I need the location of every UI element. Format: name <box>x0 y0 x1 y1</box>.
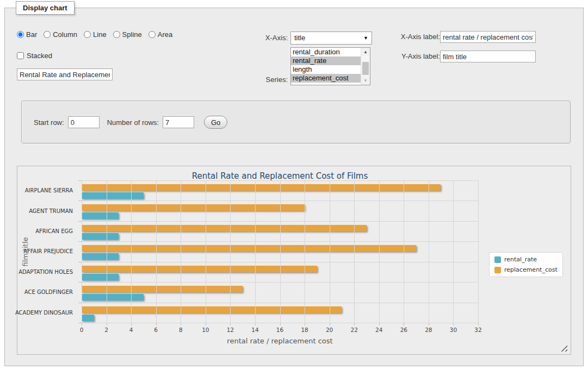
gridline <box>82 262 478 262</box>
gridline <box>379 180 380 323</box>
legend-item-replacement_cost[interactable]: replacement_cost <box>494 266 558 273</box>
chart-title-input[interactable] <box>17 68 113 80</box>
x-tick-label: 30 <box>450 327 457 333</box>
bar-replacement_cost[interactable] <box>82 184 441 191</box>
gridline <box>107 180 107 323</box>
chart-legend: rental_ratereplacement_cost <box>489 252 563 277</box>
chart-type-bar[interactable]: Bar <box>17 30 37 39</box>
y-tick-mark <box>78 180 82 181</box>
gridline <box>429 180 429 323</box>
category-label: AFFAIR PREJUDICE <box>17 241 77 261</box>
chart-type-text: Column <box>53 30 77 39</box>
gridline <box>131 180 132 323</box>
series-listbox[interactable]: rental_durationrental_ratelengthreplacem… <box>290 47 370 85</box>
gridline <box>82 221 478 222</box>
x-tick-label: 26 <box>400 327 407 333</box>
stacked-checkbox-row[interactable]: Stacked <box>17 52 52 60</box>
category-label: ADAPTATION HOLES <box>17 262 77 282</box>
chart-type-radio[interactable] <box>44 31 51 38</box>
x-tick-label: 12 <box>227 327 234 333</box>
resize-handle-icon[interactable] <box>561 345 567 352</box>
legend-item-rental_rate[interactable]: rental_rate <box>494 256 558 263</box>
chart-type-text: Spline <box>122 30 142 39</box>
chart-type-radio[interactable] <box>113 31 120 38</box>
display-chart-fieldset: Display chart BarColumnLineSplineArea St… <box>4 8 584 366</box>
x-tick-label: 2 <box>104 327 108 333</box>
scroll-down-icon[interactable]: ▼ <box>361 77 370 85</box>
start-row-label: Start row: <box>34 118 64 127</box>
stacked-label: Stacked <box>27 52 52 60</box>
gridline <box>330 180 330 323</box>
series-options: rental_durationrental_ratelengthreplacem… <box>291 48 361 85</box>
chart-type-text: Bar <box>26 30 37 39</box>
category-labels: AIRPLANE SIERRAAGENT TRUMANAFRICAN EGGAF… <box>17 180 77 323</box>
stacked-checkbox[interactable] <box>17 52 24 59</box>
bar-replacement_cost[interactable] <box>82 266 317 272</box>
x-tick-labels: 02468101214161820222426283032 <box>82 327 478 334</box>
bar-replacement_cost[interactable] <box>82 245 416 252</box>
bar-replacement_cost[interactable] <box>82 306 342 313</box>
chart-title: Rental Rate and Replacement Cost of Film… <box>82 171 478 181</box>
chart-type-radios: BarColumnLineSplineArea <box>17 30 172 39</box>
chart-type-spline[interactable]: Spline <box>113 30 142 39</box>
bar-rental_rate[interactable] <box>82 274 119 280</box>
y-tick-mark <box>78 200 82 201</box>
y-tick-mark <box>78 303 82 303</box>
gridline <box>404 180 404 323</box>
x-tick-label: 4 <box>129 327 133 333</box>
x-axis-select[interactable]: title ▼ <box>290 32 372 45</box>
bar-replacement_cost[interactable] <box>82 286 243 292</box>
category-label: ACE GOLDFINGER <box>17 282 77 302</box>
page: Display chart BarColumnLineSplineArea St… <box>0 0 588 370</box>
chart-type-area[interactable]: Area <box>148 30 172 39</box>
series-option-rental_duration[interactable]: rental_duration <box>291 48 361 57</box>
gridline <box>305 180 305 323</box>
x-axis-label-input[interactable] <box>440 31 536 43</box>
y-axis-label-input[interactable] <box>440 51 536 62</box>
scrollbar-thumb[interactable] <box>362 62 369 75</box>
chart-type-radio[interactable] <box>84 31 91 38</box>
gridline <box>156 180 157 323</box>
chart-type-line[interactable]: Line <box>84 30 107 39</box>
start-row-input[interactable] <box>68 116 100 128</box>
chart-type-text: Area <box>158 30 172 39</box>
x-tick-label: 8 <box>179 327 183 333</box>
gridline <box>82 282 478 283</box>
gridline <box>82 241 478 242</box>
series-option-length[interactable]: length <box>291 65 361 74</box>
bar-replacement_cost[interactable] <box>82 225 367 231</box>
y-tick-mark <box>78 323 82 323</box>
bar-replacement_cost[interactable] <box>82 204 305 211</box>
bar-rental_rate[interactable] <box>82 192 144 199</box>
chart-type-column[interactable]: Column <box>44 30 77 39</box>
gridline <box>82 200 478 201</box>
legend-swatch-icon <box>494 256 501 263</box>
bar-rental_rate[interactable] <box>82 294 144 300</box>
gridline <box>82 303 478 303</box>
go-button[interactable]: Go <box>204 116 227 129</box>
x-tick-label: 20 <box>326 327 333 333</box>
num-rows-input[interactable] <box>163 116 194 128</box>
plot-area <box>82 180 478 323</box>
series-option-replacement_cost[interactable]: replacement_cost <box>291 74 361 83</box>
dropdown-arrow-icon: ▼ <box>363 32 368 44</box>
chart-x-axis-title: rental rate / replacement cost <box>82 337 478 345</box>
series-scrollbar[interactable]: ▲ ▼ <box>361 48 370 85</box>
category-label: AFRICAN EGG <box>17 221 77 241</box>
row-controls: Start row: Number of rows: Go <box>34 116 227 129</box>
chart-type-radio[interactable] <box>17 31 24 38</box>
bar-rental_rate[interactable] <box>82 315 94 321</box>
x-tick-label: 6 <box>154 327 158 333</box>
bar-rental_rate[interactable] <box>82 233 119 240</box>
chart-type-radio[interactable] <box>148 31 156 38</box>
fieldset-legend: Display chart <box>16 1 75 15</box>
gridline <box>478 180 479 323</box>
series-option-rental_rate[interactable]: rental_rate <box>291 57 361 65</box>
scroll-up-icon[interactable]: ▲ <box>361 48 370 56</box>
bar-rental_rate[interactable] <box>82 212 119 219</box>
x-tick-label: 14 <box>251 327 258 333</box>
gridline <box>280 180 281 323</box>
gridline <box>255 180 256 323</box>
bar-rental_rate[interactable] <box>82 253 119 260</box>
legend-label: replacement_cost <box>504 266 558 273</box>
